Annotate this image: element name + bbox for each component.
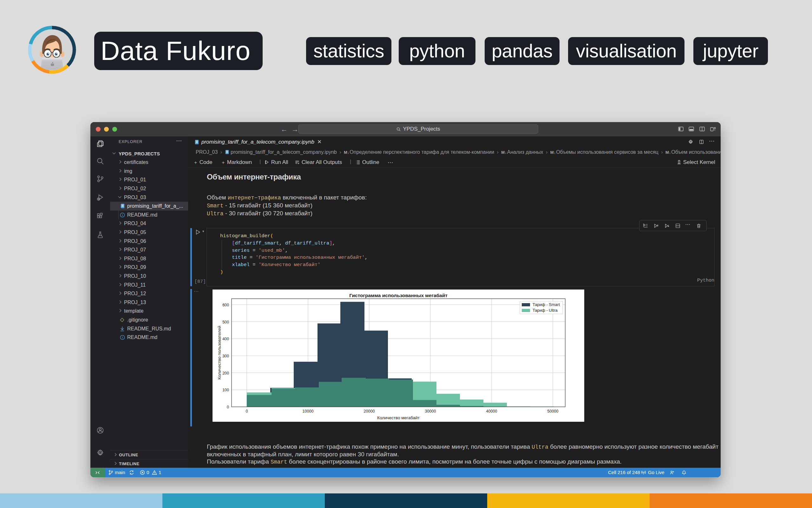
svg-text:40000: 40000 xyxy=(486,409,497,414)
svg-text:100: 100 xyxy=(222,388,229,392)
svg-text:600: 600 xyxy=(222,303,229,307)
svg-text:Тариф - Smart: Тариф - Smart xyxy=(533,302,560,307)
svg-text:30000: 30000 xyxy=(425,409,436,414)
svg-text:Тариф - Ultra: Тариф - Ultra xyxy=(533,308,558,313)
svg-text:Количество пользователей: Количество пользователей xyxy=(217,326,222,379)
svg-text:400: 400 xyxy=(222,337,229,341)
svg-text:Гистограмма использованных мег: Гистограмма использованных мегабайт xyxy=(349,293,448,298)
svg-text:50000: 50000 xyxy=(547,409,559,414)
svg-text:0: 0 xyxy=(246,409,248,414)
svg-text:0: 0 xyxy=(227,405,229,409)
svg-text:Количество мегабайт: Количество мегабайт xyxy=(377,415,420,420)
svg-text:500: 500 xyxy=(222,320,229,325)
svg-text:300: 300 xyxy=(222,354,229,358)
svg-text:200: 200 xyxy=(222,371,229,375)
svg-text:20000: 20000 xyxy=(364,409,375,414)
svg-text:10000: 10000 xyxy=(302,409,314,414)
